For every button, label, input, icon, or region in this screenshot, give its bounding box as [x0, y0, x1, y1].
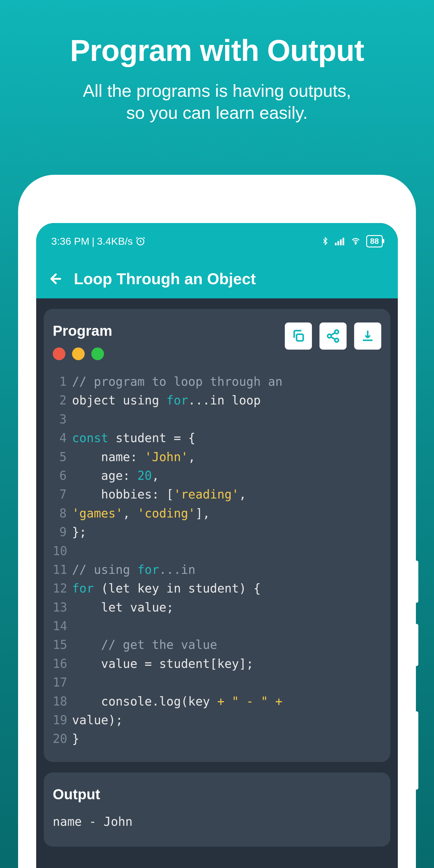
power-button	[415, 711, 418, 789]
red-dot-icon	[53, 347, 65, 360]
svg-point-9	[335, 338, 338, 342]
download-button[interactable]	[354, 322, 381, 350]
app-bar: Loop Through an Object	[36, 259, 398, 299]
bluetooth-icon	[321, 237, 330, 245]
program-card: Program	[44, 309, 390, 762]
phone-frame: 3:36 PM | 3.4KB/s 88	[18, 175, 416, 868]
traffic-lights	[53, 347, 112, 360]
yellow-dot-icon	[72, 347, 85, 360]
alarm-icon	[135, 236, 146, 246]
svg-point-8	[328, 334, 331, 338]
status-sep: |	[92, 236, 95, 247]
status-bar: 3:36 PM | 3.4KB/s 88	[36, 223, 398, 259]
share-button[interactable]	[319, 322, 347, 350]
svg-rect-1	[335, 243, 337, 245]
status-time: 3:36 PM	[51, 236, 90, 247]
promo-title: Program with Output	[0, 0, 434, 68]
output-text: name - John	[53, 815, 381, 829]
wifi-icon	[350, 237, 361, 245]
svg-rect-4	[342, 238, 344, 245]
signal-icon	[335, 237, 345, 245]
svg-rect-2	[338, 241, 339, 245]
promo-subtitle-line2: so you can learn easily.	[126, 103, 308, 122]
volume-up-button	[415, 561, 418, 603]
promo-subtitle: All the programs is having outputs, so y…	[0, 80, 434, 124]
svg-point-5	[355, 243, 356, 244]
copy-button[interactable]	[285, 322, 312, 350]
back-icon[interactable]	[48, 271, 63, 286]
status-speed: 3.4KB/s	[97, 236, 133, 247]
output-label: Output	[53, 786, 381, 803]
battery-indicator: 88	[366, 235, 383, 247]
code-block[interactable]: 1// program to loop through an 2object u…	[53, 372, 381, 748]
svg-rect-3	[340, 239, 342, 245]
svg-point-7	[335, 330, 338, 334]
svg-rect-6	[297, 334, 303, 341]
volume-down-button	[415, 624, 418, 666]
content-area: Program	[36, 299, 398, 868]
page-title: Loop Through an Object	[74, 270, 256, 288]
output-card: Output name - John	[44, 772, 390, 846]
green-dot-icon	[91, 347, 104, 360]
program-label: Program	[53, 322, 112, 339]
promo-subtitle-line1: All the programs is having outputs,	[83, 81, 351, 100]
phone-screen: 3:36 PM | 3.4KB/s 88	[36, 223, 398, 868]
